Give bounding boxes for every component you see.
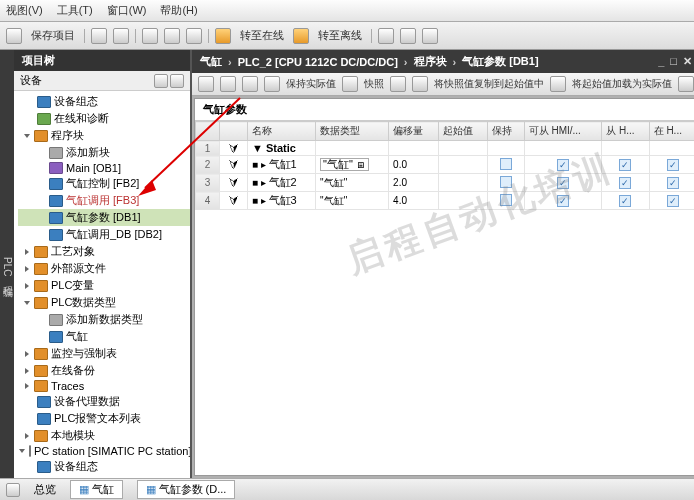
tree-cyl-type: 气缸	[18, 328, 190, 345]
tree-cyl-call-db: 气缸调用_DB [DB2]	[18, 226, 190, 243]
overview-button[interactable]: 总览	[34, 482, 56, 497]
breadcrumb: 气缸› PLC_2 [CPU 1212C DC/DC/DC]› 程序块› 气缸参…	[192, 50, 694, 73]
compile-icon[interactable]	[142, 28, 158, 44]
expand-icon[interactable]	[25, 433, 29, 439]
portal-view-icon[interactable]	[6, 483, 20, 497]
load-icon[interactable]	[550, 76, 566, 92]
close-icon[interactable]	[422, 28, 438, 44]
expand-icon[interactable]	[19, 449, 25, 453]
menu-tools[interactable]: 工具(T)	[57, 3, 93, 18]
go-offline-label: 转至离线	[318, 28, 362, 43]
table-row: 2⮛ ■ ▸ 气缸1 "气缸" 🗉 0.0 ✓ ✓ ✓	[196, 156, 695, 174]
checkbox[interactable]: ✓	[667, 177, 679, 189]
expand-icon[interactable]	[24, 134, 30, 138]
redo-icon[interactable]	[113, 28, 129, 44]
col-name[interactable]: 名称	[248, 122, 316, 141]
bc-1[interactable]: 气缸	[200, 54, 222, 69]
tool-icon[interactable]	[264, 76, 280, 92]
tool-icon[interactable]	[220, 76, 236, 92]
expand-icon[interactable]	[25, 383, 29, 389]
checkbox[interactable]	[500, 158, 512, 170]
tree-ext-src: 外部源文件	[18, 260, 190, 277]
close-icon[interactable]: ✕	[683, 55, 692, 68]
checkbox[interactable]	[500, 194, 512, 206]
tool-icon[interactable]	[678, 76, 694, 92]
checkbox[interactable]: ✓	[667, 159, 679, 171]
expand-icon[interactable]	[25, 249, 29, 255]
panel-title-project-tree: 项目树	[14, 50, 190, 71]
db-grid[interactable]: 名称 数据类型 偏移量 起始值 保持 可从 HMI/... 从 H... 在 H…	[195, 121, 694, 475]
col-keep[interactable]: 保持	[487, 122, 524, 141]
col-in-h[interactable]: 在 H...	[649, 122, 694, 141]
pc-icon	[29, 445, 31, 457]
tree-tool-icon[interactable]	[170, 74, 184, 88]
editor-panel: 气缸› PLC_2 [CPU 1212C DC/DC/DC]› 程序块› 气缸参…	[192, 50, 694, 478]
menu-view[interactable]: 视图(V)	[6, 3, 43, 18]
menu-help[interactable]: 帮助(H)	[160, 3, 197, 18]
keep-actual-button[interactable]: 保持实际值	[286, 77, 336, 91]
folder-icon	[34, 246, 48, 258]
snapshot-icon[interactable]	[342, 76, 358, 92]
load-start-button[interactable]: 将起始值加载为实际值	[572, 77, 672, 91]
col-offset[interactable]: 偏移量	[389, 122, 438, 141]
tree-plc-var: PLC变量	[18, 277, 190, 294]
maximize-icon[interactable]: □	[670, 55, 677, 68]
alarm-icon	[37, 413, 51, 425]
tool-icon[interactable]	[242, 76, 258, 92]
undo-icon[interactable]	[91, 28, 107, 44]
checkbox[interactable]	[500, 176, 512, 188]
project-tree[interactable]: 设备组态 在线和诊断 程序块 添加新块 Main [OB1] 气缸控制 [FB2…	[14, 91, 190, 478]
checkbox[interactable]: ✓	[557, 177, 569, 189]
bc-4[interactable]: 气缸参数 [DB1]	[462, 54, 538, 69]
checkbox[interactable]: ✓	[619, 177, 631, 189]
col-in-hmi[interactable]: 从 H...	[602, 122, 649, 141]
expand-icon[interactable]	[25, 283, 29, 289]
table-row-static: 1⮛ ▼ Static	[196, 141, 695, 156]
folder-icon	[34, 348, 48, 360]
bc-3[interactable]: 程序块	[414, 54, 447, 69]
menu-window[interactable]: 窗口(W)	[107, 3, 147, 18]
left-dock-rail[interactable]: PLC 编程	[0, 50, 14, 478]
tree-tool-icon[interactable]	[154, 74, 168, 88]
tree-cyl-param: 气缸参数 [DB1]	[18, 209, 190, 226]
copy-snap-button[interactable]: 将快照值复制到起始值中	[434, 77, 544, 91]
checkbox[interactable]: ✓	[667, 195, 679, 207]
col-from-hmi[interactable]: 可从 HMI/...	[524, 122, 602, 141]
status-tab-1[interactable]: ▦ 气缸	[70, 480, 123, 499]
search-icon[interactable]	[378, 28, 394, 44]
go-offline-icon[interactable]	[293, 28, 309, 44]
expand-icon[interactable]	[25, 266, 29, 272]
folder-icon	[34, 280, 48, 292]
checkbox[interactable]: ✓	[557, 195, 569, 207]
tree-plc-types: PLC数据类型	[18, 294, 190, 311]
checkbox[interactable]: ✓	[557, 159, 569, 171]
expand-icon[interactable]	[25, 351, 29, 357]
snapshot-button[interactable]: 快照	[364, 77, 384, 91]
tree-cyl-call: 气缸调用 [FB3]	[18, 192, 190, 209]
col-start[interactable]: 起始值	[438, 122, 487, 141]
upload-icon[interactable]	[186, 28, 202, 44]
save-icon[interactable]	[6, 28, 22, 44]
minimize-icon[interactable]: _	[658, 55, 664, 68]
expand-icon[interactable]	[25, 368, 29, 374]
table-row: 4⮛ ■ ▸ 气缸3 "气缸" 4.0 ✓ ✓ ✓	[196, 192, 695, 210]
checkbox[interactable]: ✓	[619, 195, 631, 207]
status-tab-2[interactable]: ▦ 气缸参数 (D...	[137, 480, 236, 499]
col-type[interactable]: 数据类型	[316, 122, 389, 141]
add-icon	[49, 314, 63, 326]
download-icon[interactable]	[164, 28, 180, 44]
folder-icon	[34, 263, 48, 275]
tree-local-mod: 本地模块	[18, 427, 190, 444]
cross-ref-icon[interactable]	[400, 28, 416, 44]
go-online-label: 转至在线	[240, 28, 284, 43]
checkbox[interactable]: ✓	[619, 159, 631, 171]
tree-main-ob1: Main [OB1]	[18, 161, 190, 175]
save-label: 保存项目	[31, 28, 75, 43]
expand-icon[interactable]	[24, 301, 30, 305]
fb-icon	[49, 178, 63, 190]
tool-icon[interactable]	[198, 76, 214, 92]
bc-2[interactable]: PLC_2 [CPU 1212C DC/DC/DC]	[238, 56, 398, 68]
copy-icon[interactable]	[412, 76, 428, 92]
copy-icon[interactable]	[390, 76, 406, 92]
go-online-icon[interactable]	[215, 28, 231, 44]
